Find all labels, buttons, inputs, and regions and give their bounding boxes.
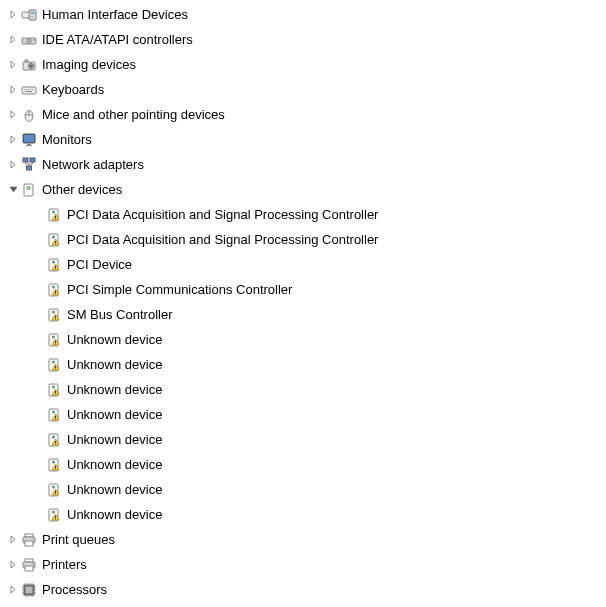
category-ide[interactable]: IDE ATA/ATAPI controllers [0, 27, 606, 52]
expander-closed-icon[interactable] [8, 560, 18, 570]
svg-rect-87 [55, 516, 56, 518]
category-proximity[interactable]: Proximity [0, 602, 606, 607]
svg-rect-68 [55, 393, 56, 394]
category-label: Print queues [42, 532, 115, 547]
category-monitors[interactable]: Monitors [0, 127, 606, 152]
svg-point-3 [30, 16, 31, 17]
svg-rect-67 [55, 391, 56, 393]
network-icon [21, 157, 37, 173]
svg-point-86 [52, 510, 55, 513]
device-label: Unknown device [67, 332, 162, 347]
svg-point-50 [52, 285, 55, 288]
svg-rect-64 [55, 368, 56, 369]
device-item[interactable]: Unknown device [0, 327, 606, 352]
expander-closed-icon[interactable] [8, 35, 18, 45]
expander-closed-icon[interactable] [8, 585, 18, 595]
svg-point-66 [52, 385, 55, 388]
svg-rect-55 [55, 316, 56, 318]
device-item[interactable]: Unknown device [0, 352, 606, 377]
device-label: SM Bus Controller [67, 307, 172, 322]
svg-rect-63 [55, 366, 56, 368]
svg-rect-51 [55, 291, 56, 293]
svg-rect-79 [55, 466, 56, 468]
device-item[interactable]: Unknown device [0, 402, 606, 427]
svg-rect-15 [26, 89, 27, 90]
imaging-icon [21, 57, 37, 73]
device-warning-icon [46, 282, 62, 298]
device-warning-icon [46, 407, 62, 423]
svg-rect-71 [55, 416, 56, 418]
device-item[interactable]: PCI Data Acquisition and Signal Processi… [0, 227, 606, 252]
category-label: Keyboards [42, 82, 104, 97]
svg-point-92 [32, 538, 33, 539]
category-keyboards[interactable]: Keyboards [0, 77, 606, 102]
device-warning-icon [46, 232, 62, 248]
svg-rect-56 [55, 318, 56, 319]
svg-rect-72 [55, 418, 56, 419]
svg-point-42 [52, 235, 55, 238]
category-imaging[interactable]: Imaging devices [0, 52, 606, 77]
device-label: PCI Data Acquisition and Signal Processi… [67, 232, 378, 247]
device-item[interactable]: PCI Data Acquisition and Signal Processi… [0, 202, 606, 227]
printer-icon [21, 532, 37, 548]
category-label: Imaging devices [42, 57, 136, 72]
svg-rect-75 [55, 441, 56, 443]
svg-rect-47 [55, 266, 56, 268]
expander-closed-icon[interactable] [8, 110, 18, 120]
device-item[interactable]: SM Bus Controller [0, 302, 606, 327]
device-tree: Human Interface DevicesIDE ATA/ATAPI con… [0, 2, 606, 607]
expander-closed-icon[interactable] [8, 85, 18, 95]
other-icon [21, 182, 37, 198]
svg-point-54 [52, 310, 55, 313]
category-other[interactable]: Other devices [0, 177, 606, 202]
category-printqueues[interactable]: Print queues [0, 527, 606, 552]
svg-rect-52 [55, 293, 56, 294]
processor-icon [21, 582, 37, 598]
svg-point-46 [52, 260, 55, 263]
svg-point-96 [32, 563, 33, 564]
svg-rect-27 [23, 158, 28, 162]
device-warning-icon [46, 382, 62, 398]
monitor-icon [21, 132, 37, 148]
category-printers[interactable]: Printers [0, 552, 606, 577]
expander-closed-icon[interactable] [8, 10, 18, 20]
device-warning-icon [46, 482, 62, 498]
device-warning-icon [46, 432, 62, 448]
category-hid[interactable]: Human Interface Devices [0, 2, 606, 27]
expander-open-icon[interactable] [8, 185, 18, 195]
device-item[interactable]: PCI Device [0, 252, 606, 277]
device-item[interactable]: Unknown device [0, 502, 606, 527]
svg-rect-18 [32, 89, 33, 90]
svg-rect-84 [55, 493, 56, 494]
device-label: Unknown device [67, 457, 162, 472]
expander-closed-icon[interactable] [8, 135, 18, 145]
device-item[interactable]: Unknown device [0, 452, 606, 477]
device-label: Unknown device [67, 357, 162, 372]
svg-rect-16 [28, 89, 29, 90]
device-item[interactable]: Unknown device [0, 477, 606, 502]
expander-closed-icon[interactable] [8, 160, 18, 170]
device-item[interactable]: PCI Simple Communications Controller [0, 277, 606, 302]
category-processors[interactable]: Processors [0, 577, 606, 602]
device-label: Unknown device [67, 382, 162, 397]
category-network[interactable]: Network adapters [0, 152, 606, 177]
svg-rect-14 [24, 89, 25, 90]
svg-point-70 [52, 410, 55, 413]
svg-rect-8 [33, 39, 36, 40]
svg-point-12 [30, 65, 32, 67]
svg-rect-76 [55, 443, 56, 444]
category-label: Mice and other pointing devices [42, 107, 225, 122]
svg-point-38 [52, 210, 55, 213]
svg-rect-88 [55, 518, 56, 519]
expander-closed-icon[interactable] [8, 60, 18, 70]
device-item[interactable]: Unknown device [0, 427, 606, 452]
category-label: Network adapters [42, 157, 144, 172]
device-warning-icon [46, 207, 62, 223]
device-warning-icon [46, 257, 62, 273]
device-label: Unknown device [67, 407, 162, 422]
expander-closed-icon[interactable] [8, 535, 18, 545]
device-item[interactable]: Unknown device [0, 377, 606, 402]
category-mice[interactable]: Mice and other pointing devices [0, 102, 606, 127]
svg-rect-59 [55, 341, 56, 343]
device-warning-icon [46, 357, 62, 373]
